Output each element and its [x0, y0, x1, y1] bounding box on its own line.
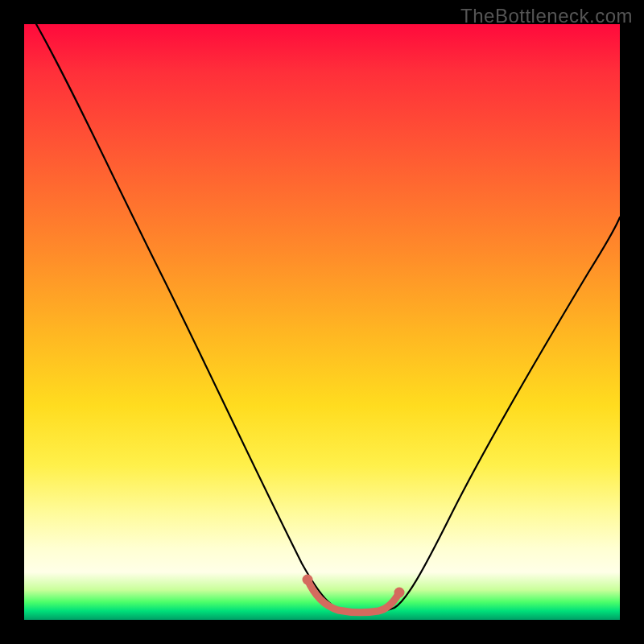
bottom-marker-dot-right	[394, 588, 405, 598]
watermark-label: TheBottleneck.com	[460, 5, 633, 27]
chart-svg	[24, 24, 620, 620]
curve-path	[36, 24, 620, 613]
chart-frame: TheBottleneck.com	[0, 0, 644, 644]
plot-area	[24, 24, 620, 620]
bottom-marker-dot-left	[303, 575, 313, 585]
bottom-marker-path	[308, 580, 399, 613]
